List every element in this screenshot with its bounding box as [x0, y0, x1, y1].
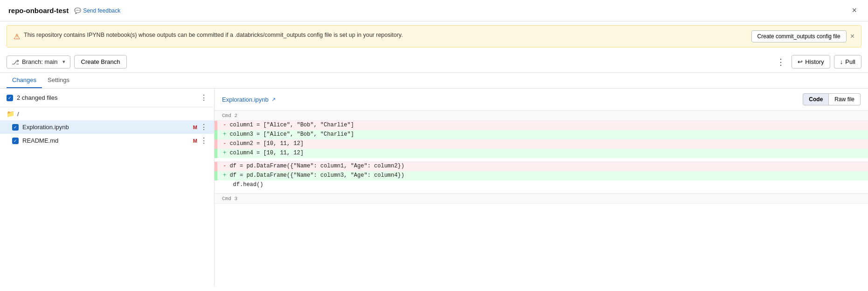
diff-line: df.head()	[215, 180, 868, 190]
file-row-left: Exploration.ipynb	[12, 124, 69, 131]
diff-line: - df = pd.DataFrame({"Name": column1, "A…	[215, 162, 868, 171]
minus-prefix: -	[223, 163, 226, 169]
diff-line: + column3 = ["Alice", "Bob", "Charlie"]	[215, 130, 868, 139]
toolbar: ⎇ Branch: main ▾ Create Branch ⋮ ↩ Histo…	[0, 51, 868, 73]
file-checkbox-exploration[interactable]	[12, 124, 19, 131]
top-bar-left: repo-onboard-test 💬 Send feedback	[8, 7, 120, 14]
modified-badge-readme: M	[193, 138, 197, 144]
top-bar: repo-onboard-test 💬 Send feedback ×	[0, 0, 868, 21]
diff-line-text: - column2 = [10, 11, 12]	[217, 139, 868, 149]
file-more-exploration[interactable]: ⋮	[200, 123, 208, 132]
plus-prefix: +	[223, 131, 226, 138]
diff-line-text: + column3 = ["Alice", "Bob", "Charlie"]	[217, 130, 868, 139]
diff-filename-text: Exploration.ipynb	[222, 96, 269, 103]
diff-line-text: + column4 = [10, 11, 12]	[217, 149, 868, 158]
create-config-button[interactable]: Create commit_outputs config file	[751, 30, 847, 42]
send-feedback-link[interactable]: 💬 Send feedback	[74, 7, 120, 14]
external-link-icon: ↗	[271, 97, 276, 103]
cmd2-label: Cmd 2	[215, 111, 868, 121]
file-row[interactable]: README.md M ⋮	[0, 134, 214, 147]
diff-panel: Exploration.ipynb ↗ Code Raw file Cmd 2 …	[215, 89, 868, 286]
minus-prefix: -	[223, 140, 226, 147]
history-button[interactable]: ↩ History	[792, 55, 830, 69]
rawfile-view-button[interactable]: Raw file	[829, 93, 861, 105]
folder-label: /	[17, 111, 19, 118]
code-view-button[interactable]: Code	[803, 93, 829, 105]
send-feedback-label: Send feedback	[83, 7, 120, 14]
diff-line-text: - df = pd.DataFrame({"Name": column1, "A…	[217, 162, 868, 171]
diff-view-buttons: Code Raw file	[803, 93, 861, 105]
plus-prefix: +	[223, 172, 226, 179]
diff-line: - column2 = [10, 11, 12]	[215, 139, 868, 149]
history-label: History	[805, 58, 824, 65]
diff-line-empty	[215, 204, 868, 213]
close-button[interactable]: ×	[849, 5, 860, 16]
file-checkbox-readme[interactable]	[12, 138, 19, 144]
toolbar-right: ⋮ ↩ History ↓ Pull	[774, 55, 861, 69]
banner-text: This repository contains IPYNB notebook(…	[24, 32, 403, 38]
file-row-right-readme: M ⋮	[193, 136, 208, 145]
changed-files-count: 2 changed files	[17, 94, 57, 101]
pull-label: Pull	[845, 58, 855, 65]
select-all-checkbox[interactable]	[7, 95, 13, 101]
branch-icon: ⎇	[12, 58, 19, 66]
branch-label: Branch: main	[22, 58, 58, 65]
file-name-exploration: Exploration.ipynb	[22, 124, 69, 131]
tab-settings[interactable]: Settings	[42, 73, 75, 88]
banner-right: Create commit_outputs config file ×	[751, 30, 854, 42]
file-row-right-exploration: M ⋮	[193, 123, 208, 132]
dropdown-arrow-icon: ▾	[62, 59, 65, 65]
modified-badge-exploration: M	[193, 125, 197, 130]
cmd3-label: Cmd 3	[215, 194, 868, 204]
more-options-button[interactable]: ⋮	[774, 56, 788, 68]
pull-button[interactable]: ↓ Pull	[834, 55, 861, 69]
toolbar-left: ⎇ Branch: main ▾ Create Branch	[7, 55, 127, 69]
diff-line-text: + df = pd.DataFrame({"Name": column3, "A…	[217, 171, 868, 180]
diff-line: + column4 = [10, 11, 12]	[215, 149, 868, 158]
repo-name: repo-onboard-test	[8, 7, 69, 14]
file-panel-more-button[interactable]: ⋮	[200, 93, 208, 102]
file-name-readme: README.md	[22, 137, 58, 144]
banner-close-button[interactable]: ×	[850, 32, 854, 41]
folder-icon: 📁	[7, 110, 14, 118]
warning-banner: ⚠ This repository contains IPYNB noteboo…	[7, 25, 861, 48]
file-panel: 2 changed files ⋮ 📁 / Exploration.ipynb …	[0, 89, 215, 286]
file-panel-header: 2 changed files ⋮	[0, 89, 214, 107]
diff-line-text: - column1 = ["Alice", "Bob", "Charlie"]	[217, 121, 868, 130]
diff-header: Exploration.ipynb ↗ Code Raw file	[215, 89, 868, 111]
tabs-bar: Changes Settings	[0, 73, 868, 89]
warning-icon: ⚠	[14, 32, 20, 41]
diff-line-text	[217, 204, 868, 213]
diff-line: - column1 = ["Alice", "Bob", "Charlie"]	[215, 121, 868, 130]
history-icon: ↩	[798, 58, 803, 65]
diff-content: Cmd 2 - column1 = ["Alice", "Bob", "Char…	[215, 111, 868, 213]
branch-selector[interactable]: ⎇ Branch: main ▾	[7, 55, 70, 69]
folder-row: 📁 /	[0, 107, 214, 120]
feedback-icon: 💬	[74, 7, 81, 14]
diff-line: + df = pd.DataFrame({"Name": column3, "A…	[215, 171, 868, 180]
diff-spacer	[215, 158, 868, 162]
diff-filename[interactable]: Exploration.ipynb ↗	[222, 96, 276, 103]
create-branch-button[interactable]: Create Branch	[74, 55, 127, 69]
tab-changes[interactable]: Changes	[7, 73, 42, 88]
file-more-readme[interactable]: ⋮	[200, 136, 208, 145]
diff-line-text: df.head()	[217, 180, 868, 190]
file-panel-title: 2 changed files	[7, 94, 57, 101]
diff-spacer	[215, 190, 868, 194]
minus-prefix: -	[223, 122, 226, 128]
file-row[interactable]: Exploration.ipynb M ⋮	[0, 120, 214, 134]
file-row-left: README.md	[12, 137, 58, 144]
banner-left: ⚠ This repository contains IPYNB noteboo…	[14, 32, 403, 41]
main-content: 2 changed files ⋮ 📁 / Exploration.ipynb …	[0, 89, 868, 286]
plus-prefix: +	[223, 150, 226, 156]
pull-icon: ↓	[840, 58, 843, 65]
